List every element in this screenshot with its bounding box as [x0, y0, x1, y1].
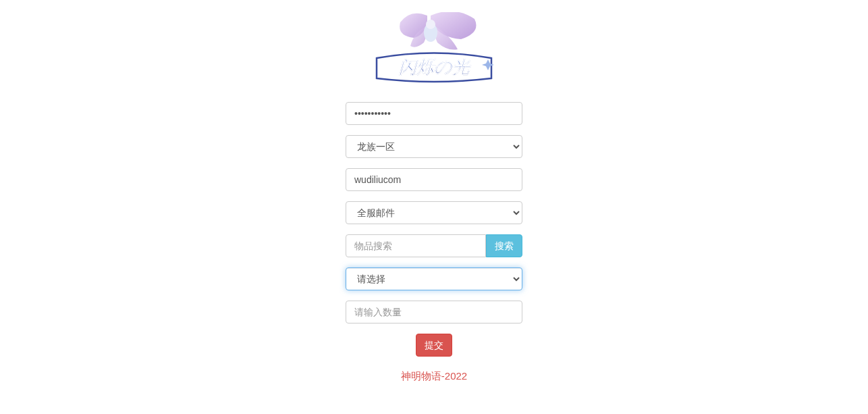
- search-button[interactable]: 搜索: [486, 234, 522, 257]
- form-container: 闪烁の光 龙族一区 全服邮件 搜索 请选择: [346, 0, 522, 383]
- mail-type-select[interactable]: 全服邮件: [346, 201, 522, 224]
- quantity-input[interactable]: [346, 301, 522, 324]
- submit-button[interactable]: 提交: [416, 334, 452, 357]
- item-select[interactable]: 请选择: [346, 267, 522, 290]
- game-logo: 闪烁の光: [363, 12, 505, 90]
- server-select[interactable]: 龙族一区: [346, 135, 522, 158]
- svg-text:闪烁の光: 闪烁の光: [399, 57, 472, 77]
- footer-text: 神明物语-2022: [346, 370, 522, 383]
- svg-point-1: [426, 20, 435, 29]
- username-input[interactable]: [346, 168, 522, 191]
- password-input[interactable]: [346, 102, 522, 125]
- item-search-input[interactable]: [346, 234, 486, 257]
